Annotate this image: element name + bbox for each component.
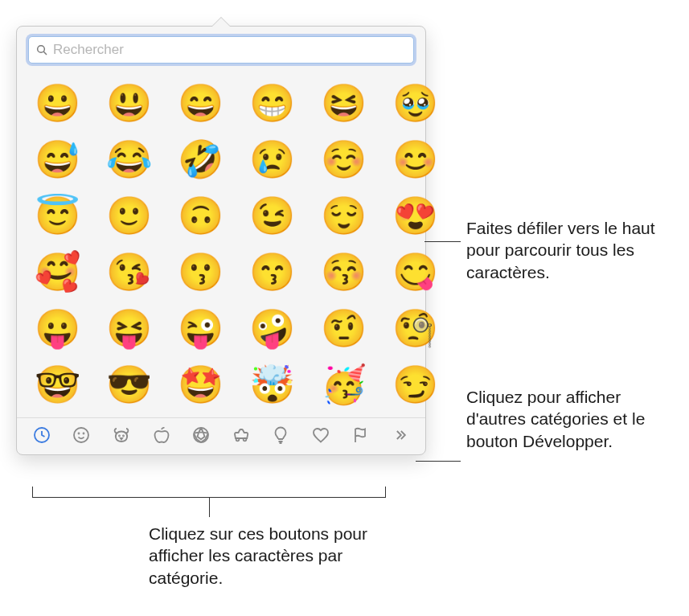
emoji-item[interactable]: 😊	[392, 141, 438, 178]
svg-point-5	[84, 433, 84, 434]
category-activity[interactable]	[181, 418, 221, 454]
emoji-item[interactable]: ☺️	[321, 141, 367, 178]
search-container	[17, 27, 425, 72]
emoji-item[interactable]: 🤩	[178, 366, 224, 403]
more-categories-button[interactable]	[380, 418, 420, 454]
category-toolbar	[17, 417, 425, 454]
emoji-item[interactable]: 🤯	[249, 366, 295, 403]
category-travel[interactable]	[221, 418, 261, 454]
emoji-item[interactable]: 🥳	[321, 366, 367, 403]
food-icon	[152, 425, 171, 447]
category-symbols[interactable]	[301, 418, 341, 454]
character-viewer-popover: 😀 😃 😄 😁 😆 🥹 😅 😂 🤣 😢 ☺️ 😊 😇 🙂 🙃 😉 😌 😍 🥰 😘…	[16, 26, 426, 455]
activity-icon	[191, 425, 211, 447]
emoji-item[interactable]: 😍	[392, 197, 438, 234]
svg-point-7	[123, 436, 124, 437]
callout-leader	[416, 461, 461, 462]
emoji-item[interactable]: 😀	[35, 84, 80, 121]
emoji-item[interactable]: 😆	[321, 84, 367, 121]
callout-category: Cliquez sur ces boutons pour afficher le…	[149, 523, 414, 589]
svg-point-4	[79, 433, 80, 434]
emoji-item[interactable]: 😢	[249, 141, 295, 178]
emoji-item[interactable]: 🤓	[35, 366, 80, 403]
emoji-item[interactable]: 😙	[249, 253, 295, 290]
emoji-item[interactable]: 🥹	[392, 84, 438, 121]
emoji-item[interactable]: 😉	[249, 197, 295, 234]
emoji-item[interactable]: 😅	[35, 141, 80, 178]
emoji-item[interactable]: 🤣	[178, 141, 224, 178]
callout-scroll: Faites défiler vers le haut pour parcour…	[466, 217, 683, 283]
emoji-item[interactable]: 😎	[106, 366, 152, 403]
svg-point-3	[74, 428, 88, 442]
emoji-item[interactable]: 😝	[106, 310, 152, 347]
svg-point-9	[236, 438, 239, 441]
emoji-item[interactable]: 🤪	[249, 310, 295, 347]
smileys-icon	[72, 425, 91, 447]
emoji-item[interactable]: 🙂	[106, 197, 152, 234]
search-field[interactable]	[28, 36, 414, 64]
emoji-item[interactable]: 😇	[35, 197, 80, 234]
animals-icon	[112, 425, 131, 447]
category-flags[interactable]	[341, 418, 381, 454]
symbols-icon	[311, 425, 330, 447]
emoji-item[interactable]: 🤨	[321, 310, 367, 347]
svg-line-1	[43, 51, 47, 55]
emoji-item[interactable]: 🥰	[35, 253, 80, 290]
emoji-item[interactable]: 😄	[178, 84, 224, 121]
emoji-item[interactable]: 😃	[106, 84, 152, 121]
search-icon	[35, 43, 48, 56]
emoji-item[interactable]: 😁	[249, 84, 295, 121]
emoji-item[interactable]: 🙃	[178, 197, 224, 234]
emoji-item[interactable]: 😏	[392, 366, 438, 403]
emoji-item[interactable]: 😛	[35, 310, 80, 347]
chevron-double-right-icon	[392, 427, 408, 446]
svg-point-10	[243, 438, 246, 441]
travel-icon	[232, 425, 251, 447]
callout-leader	[209, 498, 210, 517]
category-objects[interactable]	[261, 418, 301, 454]
category-food[interactable]	[141, 418, 182, 454]
emoji-item[interactable]: 🧐	[392, 310, 438, 347]
svg-point-0	[38, 46, 45, 53]
emoji-item[interactable]: 😘	[106, 253, 152, 290]
callout-bracket	[32, 487, 386, 498]
emoji-item[interactable]: 😋	[392, 253, 438, 290]
emoji-grid: 😀 😃 😄 😁 😆 🥹 😅 😂 🤣 😢 ☺️ 😊 😇 🙂 🙃 😉 😌 😍 🥰 😘…	[17, 72, 425, 417]
flags-icon	[351, 425, 371, 447]
search-input[interactable]	[53, 42, 407, 58]
emoji-item[interactable]: 😚	[321, 253, 367, 290]
emoji-item[interactable]: 😌	[321, 197, 367, 234]
category-animals[interactable]	[101, 418, 141, 454]
objects-icon	[271, 425, 290, 447]
category-recent[interactable]	[22, 418, 62, 454]
callout-leader	[424, 241, 461, 242]
category-smileys[interactable]	[62, 418, 102, 454]
emoji-item[interactable]: 😂	[106, 141, 152, 178]
callout-more: Cliquez pour afficher d'autres catégorie…	[466, 386, 683, 452]
emoji-item[interactable]: 😜	[178, 310, 224, 347]
emoji-item[interactable]: 😗	[178, 253, 224, 290]
recent-icon	[32, 425, 51, 447]
svg-point-6	[119, 436, 120, 437]
